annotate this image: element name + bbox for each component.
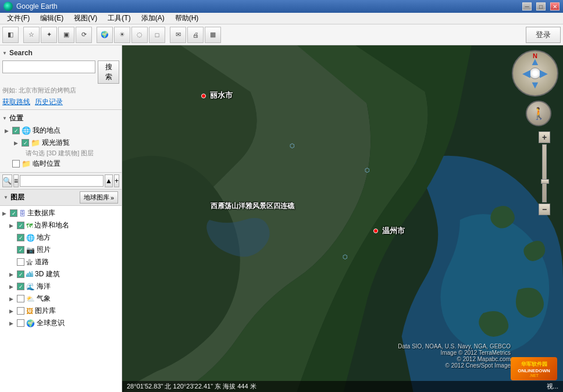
search-section-header[interactable]: ▼ Search — [2, 48, 119, 58]
menu-view[interactable]: 视图(V) — [69, 12, 102, 24]
layer-places[interactable]: ✓ 🌐 地方 — [0, 231, 122, 244]
gallery-icon: 🖼 — [26, 307, 33, 315]
earth-lib-label: 地球图库 — [84, 193, 109, 202]
location-triangle-icon: ▼ — [2, 116, 7, 121]
compass-down-button[interactable]: ▼ — [530, 80, 540, 90]
watermark-line3: © 2012 Mapabc.com — [398, 356, 511, 362]
layer-expand-icon: ▶ — [9, 284, 15, 290]
ocean-icon: 🌊 — [26, 283, 35, 291]
compass-up-button[interactable]: ▲ — [530, 56, 540, 67]
layer-checkbox[interactable] — [17, 295, 24, 302]
layer-checkbox[interactable]: ✓ — [10, 209, 17, 217]
compass-lr-row: ◀ ▶ — [520, 67, 550, 80]
tourist-note: 请勾选 [3D 建筑物] 图层 — [2, 149, 119, 158]
mini-add-button[interactable]: + — [114, 174, 119, 187]
map-area[interactable]: 丽水市 温州市 西雁荡山洋雅风景区四连礁 ⬡ ⬡ ⬡ N ▲ — [122, 45, 563, 392]
layer-3d-buildings[interactable]: ▶ ✓ 🏙 3D 建筑 — [0, 268, 122, 280]
layer-expand-icon: ▶ — [9, 308, 15, 314]
menu-edit[interactable]: 编辑(E) — [35, 12, 68, 24]
layer-checkbox[interactable]: ✓ — [17, 283, 24, 290]
location-section-header[interactable]: ▼ 位置 — [2, 112, 119, 124]
my-places-checkbox[interactable]: ✓ — [12, 127, 20, 134]
layer-checkbox[interactable]: ✓ — [17, 246, 24, 254]
earth-library-button[interactable]: 地球图库 » — [80, 191, 118, 204]
compass-center-button[interactable] — [529, 67, 541, 79]
layers-tree[interactable]: ▶ ✓ 🗄 主数据库 ▶ ✓ 🗺 边界和地名 ✓ 🌐 — [0, 206, 122, 392]
restore-button[interactable]: □ — [536, 2, 546, 10]
search-triangle-icon: ▼ — [2, 51, 7, 56]
layer-expand-icon: ▶ — [9, 223, 15, 229]
tourist-item[interactable]: ▶ ✓ 📁 观光游覧 — [2, 137, 119, 149]
layer-ocean-label: 海洋 — [37, 281, 51, 291]
nav-tilt-control[interactable]: 🚶 — [526, 101, 551, 126]
menu-tools[interactable]: 工具(T) — [103, 12, 135, 24]
toolbar-btn-8[interactable]: □ — [149, 27, 165, 43]
status-coords: 28°01'52.83" 北 120°23'22.41" 东 海拔 444 米 — [127, 382, 256, 391]
layer-checkbox[interactable]: ✓ — [17, 222, 24, 229]
layer-main-db[interactable]: ▶ ✓ 🗄 主数据库 — [0, 207, 122, 219]
layer-global-awareness[interactable]: ▶ 🌍 全球意识 — [0, 317, 122, 329]
zoom-track[interactable] — [542, 144, 547, 202]
my-places-item[interactable]: ▶ ✓ 🌐 我的地点 — [2, 124, 119, 137]
mini-list-button[interactable]: ≡ — [13, 174, 19, 187]
layer-roads[interactable]: 🛣 道路 — [0, 256, 122, 268]
zoom-out-button[interactable]: − — [539, 204, 550, 215]
layer-weather[interactable]: ▶ ⛅ 气象 — [0, 293, 122, 305]
layer-checkbox[interactable]: ✓ — [17, 234, 24, 241]
nav-compass: N ▲ ◀ ▶ ▼ — [512, 50, 558, 97]
search-button[interactable]: 搜索 — [98, 60, 119, 84]
mini-search-input[interactable] — [20, 175, 104, 187]
person-icon: 🚶 — [532, 106, 546, 120]
compass-right-button[interactable]: ▶ — [540, 67, 548, 80]
toolbar-btn-6[interactable]: ☀ — [114, 27, 130, 43]
layer-expand-icon: ▶ — [2, 211, 8, 216]
layer-checkbox[interactable]: ✓ — [17, 270, 24, 278]
toolbar-btn-nav[interactable]: ◧ — [2, 27, 19, 43]
layer-ocean[interactable]: ▶ ✓ 🌊 海洋 — [0, 280, 122, 293]
toolbar-btn-2[interactable]: ✦ — [41, 27, 57, 43]
toolbar-btn-10[interactable]: 🖨 — [187, 27, 204, 43]
history-link[interactable]: 历史记录 — [35, 97, 63, 107]
search-section: ▼ Search 搜索 例如: 北京市附近的烤鸭店 获取路线 历史记录 — [0, 45, 122, 110]
toolbar: ◧ ☆ ✦ ▣ ⟳ 🌍 ☀ ◌ □ ✉ 🖨 ▦ 登录 — [0, 24, 563, 45]
layer-checkbox[interactable] — [17, 319, 24, 327]
layer-gallery[interactable]: ▶ 🖼 图片库 — [0, 305, 122, 317]
menu-add[interactable]: 添加(A) — [137, 12, 169, 24]
tourist-checkbox[interactable]: ✓ — [22, 139, 29, 147]
layer-checkbox[interactable] — [17, 307, 24, 315]
layer-checkbox[interactable] — [17, 258, 24, 266]
toolbar-btn-5[interactable]: 🌍 — [97, 27, 113, 43]
close-button[interactable]: ✕ — [550, 2, 560, 10]
route-link[interactable]: 获取路线 — [2, 97, 30, 107]
temp-folder-icon: 📁 — [22, 159, 31, 168]
layer-weather-label: 气象 — [37, 294, 51, 304]
toolbar-btn-11[interactable]: ▦ — [205, 27, 221, 43]
minimize-button[interactable]: ─ — [522, 2, 532, 10]
temp-checkbox[interactable] — [12, 160, 20, 168]
db-icon: 🗄 — [19, 210, 26, 217]
layer-photos[interactable]: ✓ 📷 照片 — [0, 244, 122, 256]
compass-left-button[interactable]: ◀ — [522, 67, 530, 80]
zoom-in-button[interactable]: + — [539, 131, 550, 143]
toolbar-btn-3[interactable]: ▣ — [58, 27, 74, 43]
toolbar-btn-7[interactable]: ◌ — [131, 27, 148, 43]
location-pin-3: ⬡ — [365, 167, 370, 173]
search-input[interactable] — [2, 60, 95, 73]
logo-line3: .NET — [529, 373, 539, 377]
layer-borders[interactable]: ▶ ✓ 🗺 边界和地名 — [0, 219, 122, 231]
awareness-icon: 🌍 — [26, 319, 35, 327]
temp-location-item[interactable]: 📁 临时位置 — [2, 158, 119, 170]
mini-up-button[interactable]: ▲ — [105, 174, 113, 187]
login-button[interactable]: 登录 — [526, 27, 561, 43]
app-icon — [3, 2, 13, 11]
menu-help[interactable]: 帮助(H) — [170, 12, 204, 24]
layers-header: ▼ 图层 地球图库 » — [0, 190, 122, 206]
toolbar-btn-9[interactable]: ✉ — [170, 27, 186, 43]
toolbar-btn-4[interactable]: ⟳ — [76, 27, 92, 43]
tourist-label: 观光游覧 — [42, 138, 70, 148]
menu-file[interactable]: 文件(F) — [2, 12, 34, 24]
mini-search-button[interactable]: 🔍 — [2, 174, 12, 187]
layers-title: ▼ 图层 — [3, 193, 24, 202]
zoom-control: + − — [539, 131, 550, 215]
toolbar-btn-1[interactable]: ☆ — [23, 27, 40, 43]
